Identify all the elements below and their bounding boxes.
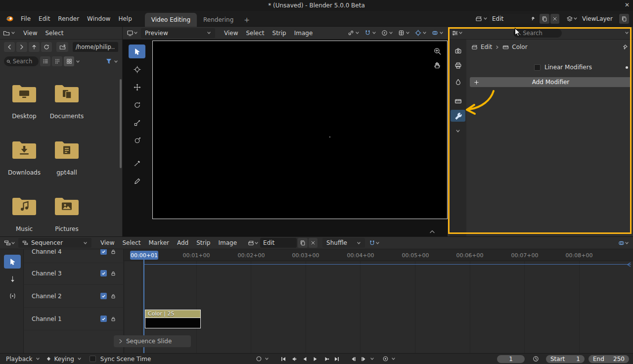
menu-render[interactable]: Render	[54, 15, 83, 22]
pin-icon[interactable]	[530, 16, 536, 22]
path-input[interactable]	[76, 44, 115, 50]
seq-scene-copy-button[interactable]	[298, 238, 308, 248]
move-tool-button[interactable]	[129, 80, 145, 94]
preview-editor-chevron-icon[interactable]	[134, 31, 138, 35]
sequencer-editor-type-icon[interactable]	[4, 239, 11, 246]
seq-menu-image[interactable]: Image	[214, 239, 241, 246]
annotate-tool-button[interactable]	[129, 174, 145, 188]
record-circle-icon[interactable]	[254, 355, 264, 364]
folder-item-gpt4all[interactable]: gpt4all	[54, 139, 80, 196]
scene-name-field[interactable]: Edit	[489, 14, 539, 24]
display-vertical-list-button[interactable]	[40, 56, 50, 66]
refresh-button[interactable]	[41, 42, 52, 52]
tab-rendering[interactable]: Rendering	[197, 13, 240, 27]
fb-menu-select[interactable]: Select	[41, 30, 67, 37]
scene-selector-chevron-icon[interactable]	[483, 16, 488, 21]
keying-menu[interactable]: Keying	[52, 356, 76, 363]
blender-logo-icon[interactable]	[5, 15, 14, 22]
cursor-tool-button[interactable]	[129, 62, 145, 76]
step-back-button[interactable]	[348, 355, 358, 364]
folder-item-desktop[interactable]: Desktop	[11, 83, 37, 139]
folder-item-documents[interactable]: Documents	[50, 83, 84, 139]
strip-properties-tab[interactable]	[451, 95, 465, 107]
seq-snap-magnet-icon[interactable]	[369, 240, 375, 246]
scale-tool-button[interactable]	[129, 116, 145, 130]
display-mode-chevron-icon[interactable]	[76, 59, 80, 64]
seq-menu-select[interactable]: Select	[118, 239, 144, 246]
seq-menu-marker[interactable]: Marker	[145, 239, 173, 246]
step-chevron-icon[interactable]	[370, 357, 374, 361]
playback-chevron-icon[interactable]	[36, 357, 40, 361]
editor-type-chevron-icon[interactable]	[11, 31, 15, 35]
fb-menu-view[interactable]: View	[19, 30, 41, 37]
play-reverse-button[interactable]	[300, 355, 310, 364]
color-strip[interactable]: Color | 25	[145, 310, 201, 328]
frame-start-field[interactable]: Start 1	[546, 355, 585, 363]
panel-options-dot[interactable]	[626, 66, 628, 69]
properties-editor-chevron-icon[interactable]	[458, 31, 463, 35]
breadcrumb-strip-name[interactable]: Color	[512, 44, 527, 50]
forward-button[interactable]	[16, 42, 27, 52]
channel-lock-icon[interactable]	[110, 316, 116, 322]
scene-properties-tab[interactable]	[451, 76, 465, 88]
jump-to-end-button[interactable]	[332, 355, 342, 364]
sequencer-editor-chevron-icon[interactable]	[11, 241, 15, 245]
linear-modifiers-checkbox[interactable]	[534, 64, 541, 71]
file-browser-editor-type-icon[interactable]	[3, 30, 10, 37]
breadcrumb-scene-name[interactable]: Edit	[481, 44, 492, 50]
channel-row[interactable]: Channel 3	[24, 262, 123, 285]
sample-tool-button[interactable]	[129, 156, 145, 170]
pv-menu-select[interactable]: Select	[242, 30, 268, 37]
tabs-overflow-chevron-icon[interactable]	[455, 129, 460, 134]
folder-item-downloads[interactable]: Downloads	[8, 139, 41, 196]
auto-keying-chevron-icon[interactable]	[391, 357, 396, 361]
add-modifier-button[interactable]: Add Modifier	[470, 77, 632, 87]
overlays-icon[interactable]	[432, 30, 438, 36]
transform-tool-button[interactable]	[129, 134, 145, 147]
channel-visibility-checkbox[interactable]	[100, 249, 107, 255]
modifiers-properties-tab[interactable]	[451, 110, 465, 122]
render-properties-tab[interactable]	[451, 45, 465, 56]
properties-options-chevron-icon[interactable]	[625, 31, 629, 35]
seq-scene-field[interactable]: Edit	[260, 238, 297, 248]
window-close-button[interactable]: ✕	[625, 1, 630, 8]
tweak-select-tool-button[interactable]	[129, 45, 145, 58]
snap-chevron-icon[interactable]	[372, 31, 376, 35]
zoom-icon[interactable]	[433, 47, 442, 55]
step-forward-button[interactable]	[359, 355, 369, 364]
auto-keying-icon[interactable]	[380, 355, 390, 364]
seq-menu-add[interactable]: Add	[173, 239, 192, 246]
menu-edit[interactable]: Edit	[35, 15, 54, 22]
preview-editor-type-icon[interactable]	[127, 30, 134, 37]
pv-menu-strip[interactable]: Strip	[269, 30, 290, 37]
display-horizontal-list-button[interactable]	[52, 56, 62, 66]
channel-row[interactable]: Channel 4	[24, 249, 123, 263]
rotate-tool-button[interactable]	[129, 98, 145, 112]
pan-hand-icon[interactable]	[433, 61, 441, 69]
up-button[interactable]	[29, 42, 40, 52]
retiming-tool-button[interactable]	[4, 289, 21, 303]
seq-snap-chevron-icon[interactable]	[375, 241, 380, 245]
proportional-editing-icon[interactable]	[381, 30, 388, 36]
menu-file[interactable]: File	[17, 15, 35, 22]
path-field[interactable]	[73, 42, 118, 52]
channel-visibility-checkbox[interactable]	[100, 270, 107, 276]
output-properties-tab[interactable]	[451, 59, 465, 71]
seq-menu-view[interactable]: View	[96, 239, 118, 246]
region-expand-chevron-icon[interactable]	[429, 229, 435, 234]
properties-editor-type-icon[interactable]	[452, 30, 458, 37]
new-folder-button[interactable]	[56, 42, 68, 52]
channel-lock-icon[interactable]	[110, 271, 116, 276]
sequencer-mode-dropdown[interactable]: Sequencer	[18, 238, 91, 248]
prev-keyframe-button[interactable]	[289, 355, 299, 364]
back-button[interactable]	[4, 42, 15, 52]
channel-row[interactable]: Channel 1	[24, 308, 123, 330]
scene-icon[interactable]	[475, 15, 482, 22]
viewlayer-selector-chevron-icon[interactable]	[573, 16, 578, 21]
viewlayer-copy-button[interactable]	[619, 14, 629, 24]
seq-select-tool-button[interactable]	[4, 255, 21, 269]
proportional-chevron-icon[interactable]	[389, 31, 393, 35]
snap-magnet-icon[interactable]	[364, 30, 371, 36]
seq-scene-icon[interactable]	[248, 240, 254, 246]
seq-overlays-icon[interactable]	[618, 240, 625, 246]
